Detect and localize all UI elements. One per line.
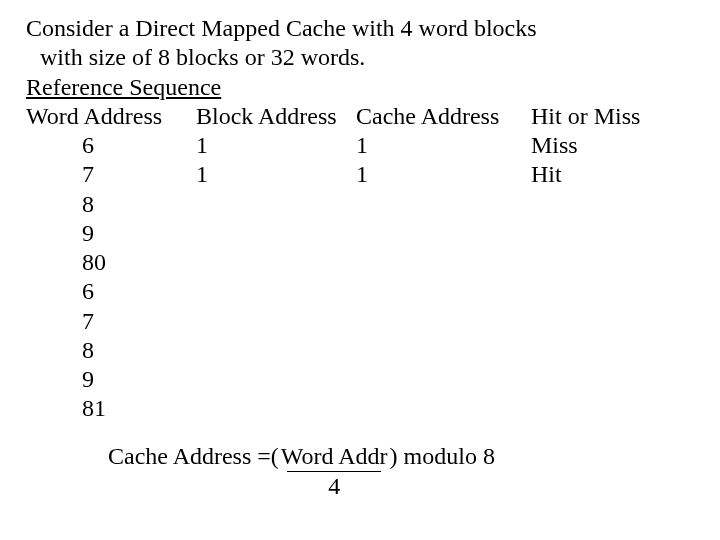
formula-denominator: 4	[279, 472, 390, 501]
formula-fraction: Word Addr4	[279, 442, 390, 502]
formula-numerator: Word Addr	[279, 442, 390, 471]
cell-hit-or-miss	[531, 190, 661, 219]
cell-word-address: 7	[26, 307, 196, 336]
cell-cache-address	[356, 307, 531, 336]
cell-block-address	[196, 394, 356, 423]
intro-line-2: with size of 8 blocks or 32 words.	[26, 43, 694, 72]
formula-rhs: ) modulo 8	[390, 443, 495, 469]
header-word-address: Word Address	[26, 102, 196, 131]
cell-hit-or-miss	[531, 277, 661, 306]
table-row: 80	[26, 248, 661, 277]
cell-hit-or-miss	[531, 248, 661, 277]
table-row: 6	[26, 277, 661, 306]
cell-word-address: 80	[26, 248, 196, 277]
cell-block-address	[196, 190, 356, 219]
cell-word-address: 9	[26, 365, 196, 394]
cell-block-address: 1	[196, 160, 356, 189]
cell-block-address	[196, 248, 356, 277]
table-row: 81	[26, 394, 661, 423]
cell-word-address: 81	[26, 394, 196, 423]
cell-cache-address: 1	[356, 160, 531, 189]
cell-word-address: 6	[26, 277, 196, 306]
header-cache-address: Cache Address	[356, 102, 531, 131]
cell-cache-address: 1	[356, 131, 531, 160]
cell-cache-address	[356, 365, 531, 394]
cache-address-formula: Cache Address =(Word Addr4) modulo 8	[26, 442, 694, 502]
cell-hit-or-miss	[531, 336, 661, 365]
table-row: 6 1 1 Miss	[26, 131, 661, 160]
table-row: 7 1 1 Hit	[26, 160, 661, 189]
cell-block-address: 1	[196, 131, 356, 160]
table-row: 8	[26, 190, 661, 219]
cell-word-address: 9	[26, 219, 196, 248]
table-row: 8	[26, 336, 661, 365]
cell-cache-address	[356, 336, 531, 365]
cell-cache-address	[356, 394, 531, 423]
cell-hit-or-miss	[531, 394, 661, 423]
cell-block-address	[196, 336, 356, 365]
cell-word-address: 8	[26, 336, 196, 365]
table-row: 7	[26, 307, 661, 336]
table-header-row: Word Address Block Address Cache Address…	[26, 102, 661, 131]
table-row: 9	[26, 219, 661, 248]
cell-cache-address	[356, 190, 531, 219]
cell-cache-address	[356, 219, 531, 248]
cell-hit-or-miss: Hit	[531, 160, 661, 189]
cell-word-address: 8	[26, 190, 196, 219]
cell-word-address: 7	[26, 160, 196, 189]
cell-cache-address	[356, 248, 531, 277]
reference-sequence-table: Word Address Block Address Cache Address…	[26, 102, 661, 424]
cell-block-address	[196, 277, 356, 306]
cell-hit-or-miss	[531, 365, 661, 394]
cell-word-address: 6	[26, 131, 196, 160]
header-block-address: Block Address	[196, 102, 356, 131]
cell-cache-address	[356, 277, 531, 306]
cell-hit-or-miss	[531, 307, 661, 336]
table-row: 9	[26, 365, 661, 394]
cell-block-address	[196, 219, 356, 248]
cell-block-address	[196, 365, 356, 394]
cell-hit-or-miss	[531, 219, 661, 248]
intro-line-1: Consider a Direct Mapped Cache with 4 wo…	[26, 14, 694, 43]
header-hit-or-miss: Hit or Miss	[531, 102, 661, 131]
cell-hit-or-miss: Miss	[531, 131, 661, 160]
reference-sequence-heading: Reference Sequence	[26, 73, 694, 102]
cell-block-address	[196, 307, 356, 336]
formula-lhs: Cache Address =(	[108, 443, 279, 469]
